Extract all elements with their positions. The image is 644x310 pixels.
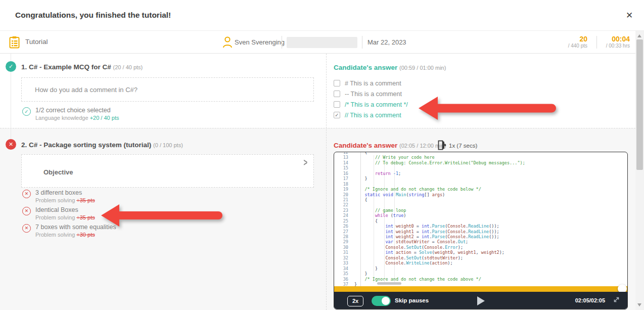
mcq-option-label: /* This is a comment */ xyxy=(345,101,408,108)
skill-points-lost: +30 pts xyxy=(76,232,95,238)
question1-pts: (20 / 40 pts) xyxy=(113,64,143,70)
objective-box[interactable]: Objective > xyxy=(21,154,314,188)
score-total: / 440 pts xyxy=(551,43,587,49)
line-number: 33 xyxy=(334,260,354,265)
code-line: 21 { xyxy=(334,197,627,202)
testcase-skill: Problem solving +35 pts xyxy=(35,197,95,204)
testcase-item: Identical BoxesProblem solving +35 pts xyxy=(35,206,95,221)
code-line: 36 /* Ignore and do not change the code … xyxy=(334,277,627,282)
line-number: 25 xyxy=(334,218,354,224)
line-number: 22 xyxy=(334,202,354,207)
code-replay-player: 12 {13 // Write your code here14 // To d… xyxy=(334,152,628,309)
skip-pauses-toggle[interactable] xyxy=(372,296,391,306)
checkbox-unchecked[interactable] xyxy=(334,80,340,86)
focus-lost-icon xyxy=(438,140,446,152)
line-number: 27 xyxy=(334,229,354,234)
time-value: 00:04 xyxy=(601,35,630,43)
skip-pauses-label: Skip pauses xyxy=(395,297,429,303)
mcq-option-label: -- This is a comment xyxy=(345,91,402,98)
mcq-answer-header: Candidate's answer (00:59 / 01:00 min) xyxy=(334,64,446,71)
question1-result: 1/2 correct choice selected Language kno… xyxy=(35,107,119,121)
skill-name: Problem solving xyxy=(35,197,76,203)
playback-speed-button[interactable]: 2x xyxy=(347,296,363,306)
mcq-option-label: # This is a comment xyxy=(345,80,401,87)
line-number: 14 xyxy=(334,160,354,165)
question2-title-text: 2. C# - Package sorting system (tutorial… xyxy=(21,141,151,149)
line-number: 32 xyxy=(334,255,354,260)
replay-progress-bar[interactable] xyxy=(334,286,627,292)
code-line: 13 // Write your code here xyxy=(334,155,627,160)
clipboard-icon xyxy=(9,36,20,51)
result-text: 1/2 correct choice selected xyxy=(35,107,119,114)
testcase-skill: Problem solving +30 pts xyxy=(35,231,116,238)
objective-label: Objective xyxy=(43,168,73,176)
time-block: 00:04 / 00:33 hrs xyxy=(601,35,630,49)
modal-title: Congratulations, you finished the tutori… xyxy=(15,11,171,20)
code-line: 17 } xyxy=(334,176,627,181)
candidate-name: Sven Sverenging xyxy=(235,38,285,46)
question1-pass-icon: ✓ xyxy=(6,61,16,72)
page-scrollbar-thumb[interactable] xyxy=(636,39,643,170)
scroll-up-icon[interactable] xyxy=(637,34,641,37)
mcq-option-label: // This is a comment xyxy=(345,112,401,119)
time-total: / 00:33 hrs xyxy=(601,43,630,49)
mcq-answer-title: Candidate's answer xyxy=(334,64,397,71)
line-number: 19 xyxy=(334,187,354,192)
line-number: 34 xyxy=(334,266,354,271)
test-name: Tutorial xyxy=(25,38,48,46)
line-number: 13 xyxy=(334,155,354,160)
checkbox-unchecked[interactable] xyxy=(334,91,340,97)
code-line: 16 return -1; xyxy=(334,171,627,176)
line-number: 24 xyxy=(334,213,354,218)
checkbox-unchecked[interactable] xyxy=(334,101,340,108)
testcase-fail-icon: ✕ xyxy=(22,207,31,215)
fullscreen-icon[interactable] xyxy=(613,296,620,305)
skill-points: +20 / 40 pts xyxy=(90,115,119,121)
report-subheader: Tutorial Sven Sverenging Mar 22, 2023 20… xyxy=(0,31,635,54)
chevron-right-icon: > xyxy=(303,157,307,168)
code-line: 26 int weight0 = int.Parse(Console.ReadL… xyxy=(334,224,627,229)
code-answer-title: Candidate's answer xyxy=(334,142,397,149)
code-line: 31 int action = Solve(weight0, weight1, … xyxy=(334,250,627,255)
line-number: 17 xyxy=(334,176,354,181)
divider xyxy=(362,36,362,49)
skill-name: Problem solving xyxy=(35,232,76,238)
close-icon[interactable]: ✕ xyxy=(624,10,635,21)
column-divider xyxy=(326,54,327,310)
result-skill: Language knowledge +20 / 40 pts xyxy=(35,114,119,121)
test-date: Mar 22, 2023 xyxy=(367,38,406,46)
code-line: 15 xyxy=(334,165,627,170)
line-number: 20 xyxy=(334,192,354,197)
choice-result-check-icon: ✓ xyxy=(22,107,31,116)
focus-lost-info: 1x (7 secs) xyxy=(449,143,477,149)
horizontal-scrollbar-thumb[interactable] xyxy=(377,282,401,285)
code-line: 22 xyxy=(334,202,627,207)
checkbox-checked[interactable]: ✓ xyxy=(334,112,340,118)
line-number: 26 xyxy=(334,224,354,229)
skill-name: Problem solving xyxy=(35,214,76,220)
code-area: 12 {13 // Write your code here14 // To d… xyxy=(334,152,627,286)
score-value: 20 xyxy=(551,35,587,43)
code-line: 29 var stdtoutWriter = Console.Out; xyxy=(334,239,627,244)
tutorial-report-modal: Congratulations, you finished the tutori… xyxy=(0,0,644,310)
line-number: 30 xyxy=(334,245,354,250)
page-scrollbar[interactable] xyxy=(635,31,644,310)
code-line: 27 int weight1 = int.Parse(Console.ReadL… xyxy=(334,229,627,234)
code-answer-header: Candidate's answer (02:05 / 12:00 min) xyxy=(334,142,446,149)
code-line: 25 { xyxy=(334,218,627,224)
play-button[interactable] xyxy=(477,296,485,305)
code-line: 20 static void Main(string[] args) xyxy=(334,192,627,197)
code-line: 28 int weight2 = int.Parse(Console.ReadL… xyxy=(334,234,627,239)
scroll-down-icon[interactable] xyxy=(637,303,641,306)
line-number: 35 xyxy=(334,271,354,276)
redacted-email xyxy=(287,37,357,48)
code-line: 35 } xyxy=(334,271,627,276)
line-number: 15 xyxy=(334,165,354,170)
toggle-knob xyxy=(382,297,390,305)
code-line: 32 Console.SetOut(stdtoutWriter); xyxy=(334,255,627,260)
line-number: 31 xyxy=(334,250,354,255)
question1-title: 1. C# - Example MCQ for C# (20 / 40 pts) xyxy=(21,63,143,71)
line-number: 18 xyxy=(334,182,354,187)
question1-title-text: 1. C# - Example MCQ for C# xyxy=(21,63,111,71)
question2-pts: (0 / 100 pts) xyxy=(153,142,183,148)
